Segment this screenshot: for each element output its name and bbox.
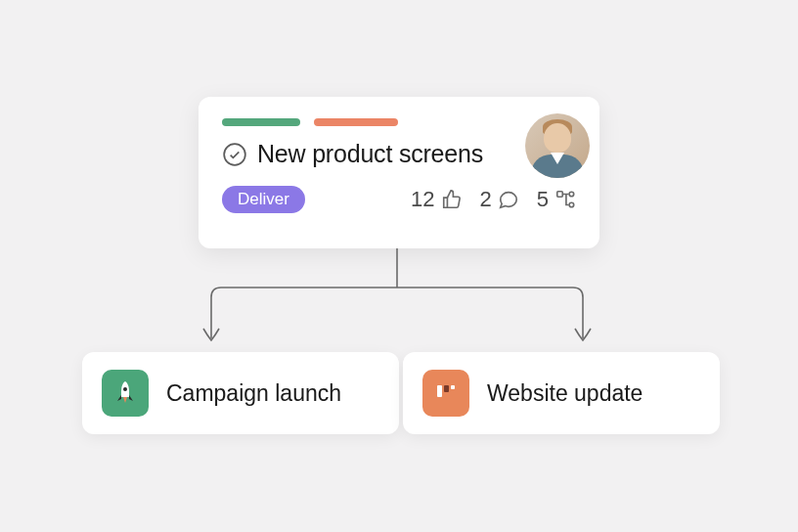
stage-badge[interactable]: Deliver [222, 186, 305, 213]
likes-stat[interactable]: 12 [411, 187, 462, 212]
title-row: New product screens [222, 140, 576, 168]
svg-point-2 [569, 192, 574, 197]
hierarchy-connector [196, 248, 598, 352]
svg-rect-1 [557, 192, 563, 198]
tag-row [222, 118, 576, 126]
check-circle-icon[interactable] [222, 142, 247, 167]
child-task-card[interactable]: Campaign launch [82, 352, 399, 434]
comment-icon [498, 189, 519, 210]
subtasks-icon [554, 189, 576, 210]
comments-stat[interactable]: 2 [480, 187, 519, 212]
board-icon [434, 381, 458, 405]
svg-rect-5 [437, 385, 442, 397]
comments-count: 2 [480, 187, 492, 212]
thumbs-up-icon [441, 189, 463, 210]
svg-point-4 [123, 387, 127, 391]
board-app-icon [422, 370, 469, 417]
child-task-title: Website update [487, 380, 643, 407]
svg-rect-6 [444, 385, 449, 392]
rocket-app-icon [102, 370, 149, 417]
svg-point-0 [224, 144, 245, 165]
likes-count: 12 [411, 187, 434, 212]
svg-rect-7 [451, 385, 455, 389]
child-task-title: Campaign launch [166, 380, 341, 407]
tag-green [222, 118, 300, 126]
child-task-card[interactable]: Website update [403, 352, 720, 434]
assignee-avatar[interactable] [525, 113, 590, 178]
task-title: New product screens [257, 140, 483, 168]
svg-point-3 [569, 202, 574, 207]
meta-row: Deliver 12 2 5 [222, 186, 576, 213]
tag-orange [314, 118, 398, 126]
subtasks-stat[interactable]: 5 [537, 187, 576, 212]
rocket-icon [113, 379, 137, 407]
subtasks-count: 5 [537, 187, 549, 212]
